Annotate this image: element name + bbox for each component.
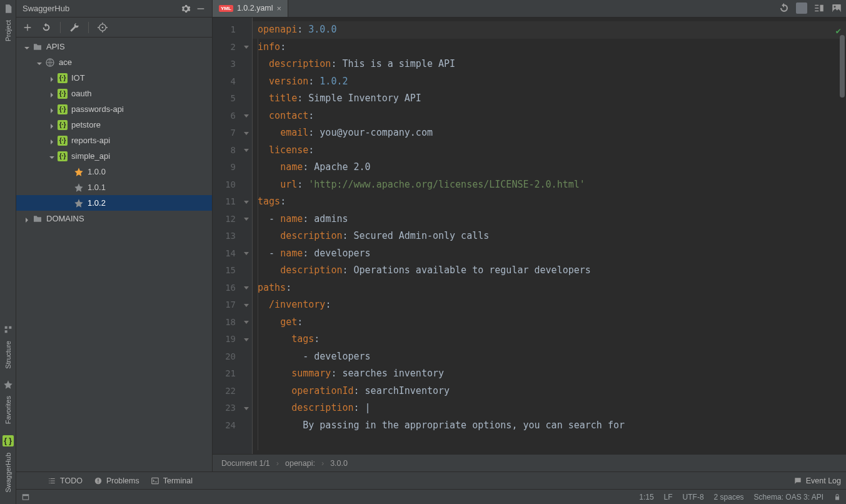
code-line: - name: developers <box>258 245 846 263</box>
image-icon[interactable] <box>831 3 842 14</box>
chevron-down-icon <box>36 59 43 66</box>
rail-project[interactable]: Project <box>4 16 12 45</box>
line-number: 10 <box>213 176 236 194</box>
close-icon[interactable]: × <box>277 4 282 13</box>
panel-title: SwaggerHub <box>23 4 176 13</box>
terminal-button[interactable]: Terminal <box>151 476 193 485</box>
breadcrumb-doc[interactable]: Document 1/1 <box>221 459 270 468</box>
chevron-right-icon <box>49 106 55 113</box>
todo-button[interactable]: TODO <box>48 476 83 485</box>
line-number: 20 <box>213 348 236 366</box>
fold-handle[interactable] <box>241 280 252 297</box>
tree-node-api[interactable]: {∙}petstore <box>16 117 212 133</box>
fold-handle[interactable] <box>241 142 252 159</box>
fold-handle[interactable] <box>241 39 252 56</box>
tree-node-version[interactable]: 1.0.1 <box>16 179 212 195</box>
rail-swaggerhub[interactable]: SwaggerHub <box>4 449 12 496</box>
folder-icon <box>33 214 43 224</box>
terminal-icon <box>151 476 159 485</box>
refresh-icon[interactable] <box>778 3 790 14</box>
folder-icon <box>33 42 43 52</box>
editor-tab[interactable]: YML 1.0.2.yaml × <box>213 0 288 17</box>
tree-node-api[interactable]: {∙}IOT <box>16 70 212 86</box>
api-icon: {∙} <box>58 89 68 99</box>
fold-handle[interactable] <box>241 108 252 125</box>
fold-handle[interactable] <box>241 331 252 348</box>
code-line: paths: <box>258 280 846 297</box>
breadcrumb-bar: Document 1/1 › openapi: › 3.0.0 <box>213 454 846 471</box>
tree-node-apis[interactable]: APIS <box>16 39 212 54</box>
code-line: description: This is a simple API <box>258 56 846 73</box>
chevron-down-icon <box>24 44 30 50</box>
line-number: 21 <box>213 365 236 383</box>
sync-icon[interactable] <box>41 23 51 33</box>
tree[interactable]: APIS ace {∙}IOT{∙}oauth{∙}passwords-api{… <box>16 38 212 471</box>
code-line: description: | <box>258 400 846 417</box>
editor-scrollbar[interactable] <box>840 35 845 98</box>
line-number: 4 <box>213 73 236 91</box>
code-line: operationId: searchInventory <box>258 383 846 400</box>
fold-handle[interactable] <box>241 211 252 228</box>
tree-label: petstore <box>71 120 101 129</box>
target-icon[interactable] <box>98 23 108 33</box>
fold-handle[interactable] <box>241 245 252 263</box>
wrench-icon[interactable] <box>69 23 79 33</box>
tree-node-api[interactable]: {∙}simple_api <box>16 148 212 164</box>
fold-handle[interactable] <box>241 400 252 417</box>
line-number: 9 <box>213 159 236 176</box>
api-icon: {∙} <box>58 136 68 146</box>
tree-node-api[interactable]: {∙}reports-api <box>16 133 212 148</box>
code-line: summary: searches inventory <box>258 365 846 383</box>
chevron-right-icon <box>49 91 55 97</box>
line-number: 6 <box>213 108 236 125</box>
tree-label: DOMAINS <box>46 214 84 223</box>
window-icon[interactable] <box>21 493 30 501</box>
code-line: email: you@your-company.com <box>258 124 846 142</box>
fold-gutter[interactable] <box>241 18 252 454</box>
fold-handle[interactable] <box>241 314 252 331</box>
svg-rect-6 <box>815 11 818 12</box>
tree-node-domains[interactable]: DOMAINS <box>16 211 212 226</box>
star-icon <box>74 198 84 208</box>
cursor-position[interactable]: 1:15 <box>639 493 653 501</box>
minimize-icon[interactable] <box>196 4 206 14</box>
fold-handle[interactable] <box>241 296 252 314</box>
tree-node-version[interactable]: 1.0.2 <box>16 195 212 211</box>
rail-favorites[interactable]: Favorites <box>4 392 12 428</box>
line-number: 23 <box>213 400 236 417</box>
view-mode-2[interactable] <box>813 3 825 14</box>
bottom-toolbar: TODO Problems Terminal Event Log <box>16 471 846 489</box>
tree-label: ace <box>59 58 72 67</box>
problems-button[interactable]: Problems <box>94 476 139 485</box>
chevron-down-icon <box>49 153 55 159</box>
file-icon <box>3 4 13 14</box>
fold-handle[interactable] <box>241 193 252 211</box>
tree-node-api[interactable]: {∙}oauth <box>16 86 212 101</box>
indent-setting[interactable]: 2 spaces <box>714 493 744 501</box>
code-line: By passing in the appropriate options, y… <box>258 417 846 435</box>
line-separator[interactable]: LF <box>664 493 673 501</box>
svg-rect-13 <box>151 478 158 483</box>
api-icon: {∙} <box>58 73 68 83</box>
file-encoding[interactable]: UTF-8 <box>683 493 704 501</box>
tree-node-org[interactable]: ace <box>16 54 212 70</box>
eventlog-button[interactable]: Event Log <box>793 476 841 485</box>
line-number: 8 <box>213 142 236 159</box>
breadcrumb-part[interactable]: openapi: <box>285 459 315 468</box>
line-number: 13 <box>213 228 236 245</box>
globe-icon <box>45 58 55 68</box>
tree-node-api[interactable]: {∙}passwords-api <box>16 101 212 117</box>
fold-handle[interactable] <box>241 124 252 142</box>
gear-icon[interactable] <box>181 4 191 14</box>
lock-icon[interactable] <box>833 493 841 501</box>
tree-node-version[interactable]: 1.0.0 <box>16 164 212 179</box>
code-editor[interactable]: openapi: 3.0.0info: description: This is… <box>253 18 846 454</box>
schema-status[interactable]: Schema: OAS 3: API <box>754 493 823 501</box>
breadcrumb-part[interactable]: 3.0.0 <box>330 459 348 468</box>
view-mode-1[interactable] <box>796 3 807 14</box>
rail-structure[interactable]: Structure <box>4 337 12 373</box>
plus-icon[interactable] <box>23 23 33 33</box>
chevron-right-icon <box>49 138 55 144</box>
status-bar: 1:15 LF UTF-8 2 spaces Schema: OAS 3: AP… <box>16 489 846 504</box>
line-number: 2 <box>213 39 236 56</box>
